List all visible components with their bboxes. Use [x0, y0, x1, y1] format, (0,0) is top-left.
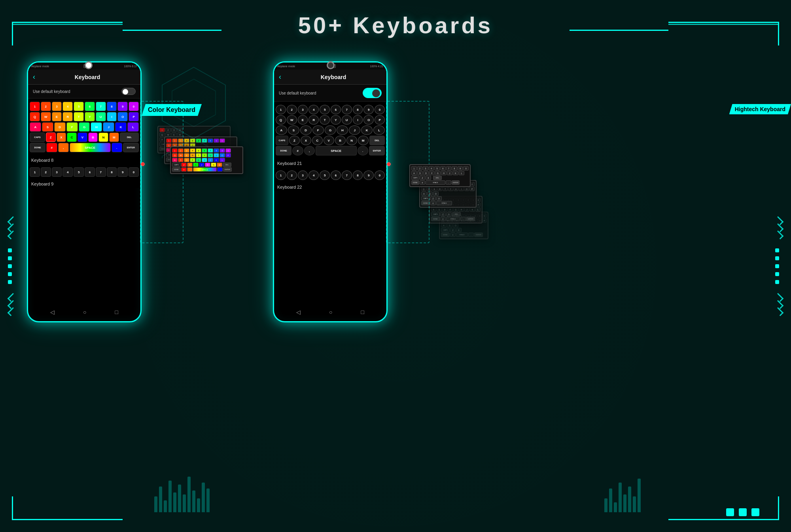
r-key-k[interactable]: K [361, 125, 373, 135]
key-a[interactable]: A [30, 122, 41, 132]
done-key[interactable]: DONE [30, 143, 45, 152]
enter-key[interactable]: ENTER [123, 143, 139, 152]
kb22-key-2[interactable]: 2 [287, 170, 297, 180]
kb9-key-1[interactable]: 1 [30, 167, 40, 177]
r-key-p[interactable]: P [375, 115, 385, 125]
r-key-a[interactable]: A [276, 125, 287, 135]
key-o[interactable]: O [117, 112, 128, 121]
r-key-1[interactable]: 1 [276, 105, 286, 114]
comma-key[interactable]: , [58, 143, 69, 152]
key-w[interactable]: W [41, 112, 51, 121]
kb9-key-2[interactable]: 2 [41, 167, 51, 177]
r-enter-key[interactable]: ENTER [369, 146, 385, 155]
kb9-key-7[interactable]: 7 [96, 167, 106, 177]
r-key-e[interactable]: E [298, 115, 308, 125]
r-key-b[interactable]: B [335, 136, 346, 145]
key-l[interactable]: L [127, 122, 139, 132]
kb9-key-4[interactable]: 4 [62, 167, 73, 177]
r-key-u[interactable]: U [342, 115, 352, 125]
r-nav-back[interactable]: ◁ [296, 309, 301, 315]
r-key-i[interactable]: I [353, 115, 363, 125]
r-key-r[interactable]: R [308, 115, 319, 125]
r-key-8[interactable]: 8 [353, 105, 363, 114]
caps-lock-key[interactable]: CAPS [30, 133, 45, 142]
r-key-x[interactable]: X [301, 136, 311, 145]
kb22-key-9[interactable]: 9 [363, 170, 374, 180]
key-s[interactable]: S [42, 122, 53, 132]
kb22-key-7[interactable]: 7 [342, 170, 352, 180]
r-key-v[interactable]: V [324, 136, 334, 145]
key-u[interactable]: U [96, 112, 106, 121]
default-keyboard-toggle[interactable] [121, 88, 136, 95]
r-dot-key[interactable]: . [358, 146, 368, 155]
key-m[interactable]: M [109, 133, 119, 142]
key-k[interactable]: K [115, 122, 127, 132]
r-key-c[interactable]: C [312, 136, 323, 145]
key-4[interactable]: 4 [62, 102, 73, 111]
r-key-n[interactable]: N [346, 136, 357, 145]
key-6[interactable]: 6 [85, 102, 95, 111]
key-v[interactable]: V [78, 133, 87, 142]
r-key-7[interactable]: 7 [342, 105, 352, 114]
kb22-key-5[interactable]: 5 [320, 170, 330, 180]
nav-home[interactable]: ○ [83, 309, 86, 315]
del-key[interactable]: DEL [120, 133, 139, 142]
key-g[interactable]: G [79, 122, 90, 132]
key-b[interactable]: B [88, 133, 98, 142]
kb9-key-0[interactable]: 0 [129, 167, 139, 177]
nav-back[interactable]: ◁ [50, 309, 55, 315]
r-space-key[interactable]: SPACE [316, 146, 357, 155]
r-caps-key[interactable]: CAPS [276, 136, 288, 145]
key-1[interactable]: 1 [30, 102, 40, 111]
kb9-key-8[interactable]: 8 [107, 167, 117, 177]
kb22-key-4[interactable]: 4 [308, 170, 319, 180]
r-key-5[interactable]: 5 [320, 105, 330, 114]
kb22-key-6[interactable]: 6 [331, 170, 341, 180]
r-key-f[interactable]: F [312, 125, 324, 135]
key-z[interactable]: Z [46, 133, 56, 142]
key-7[interactable]: 7 [96, 102, 106, 111]
key-j[interactable]: J [103, 122, 114, 132]
r-key-m[interactable]: M [358, 136, 369, 145]
r-key-o[interactable]: O [363, 115, 374, 125]
r-key-t[interactable]: T [320, 115, 330, 125]
key-h[interactable]: H [91, 122, 102, 132]
hash-key[interactable]: # [46, 143, 57, 152]
r-nav-recent[interactable]: □ [361, 309, 364, 315]
key-p[interactable]: P [129, 112, 139, 121]
r-key-z[interactable]: Z [289, 136, 300, 145]
r-key-d[interactable]: D [300, 125, 312, 135]
kb9-key-3[interactable]: 3 [52, 167, 62, 177]
nav-recent[interactable]: □ [115, 309, 118, 315]
r-nav-home[interactable]: ○ [329, 309, 332, 315]
key-5[interactable]: 5 [74, 102, 84, 111]
key-r[interactable]: R [62, 112, 73, 121]
kb9-key-5[interactable]: 5 [74, 167, 84, 177]
r-done-key[interactable]: DONE [276, 146, 291, 155]
key-x[interactable]: X [57, 133, 66, 142]
key-d[interactable]: D [54, 122, 66, 132]
r-hash-key[interactable]: # [292, 146, 303, 155]
right-back-button[interactable]: ‹ [279, 73, 281, 81]
key-8[interactable]: 8 [107, 102, 117, 111]
key-t[interactable]: T [74, 112, 84, 121]
r-comma-key[interactable]: , [304, 146, 315, 155]
r-key-w[interactable]: W [287, 115, 297, 125]
kb22-key-0[interactable]: 0 [375, 170, 385, 180]
key-3[interactable]: 3 [52, 102, 62, 111]
key-0[interactable]: 0 [129, 102, 139, 111]
key-f[interactable]: F [66, 122, 78, 132]
r-key-h[interactable]: H [337, 125, 348, 135]
key-q[interactable]: Q [30, 112, 40, 121]
key-2[interactable]: 2 [41, 102, 51, 111]
r-key-s[interactable]: S [288, 125, 299, 135]
default-keyboard-toggle-right[interactable] [363, 88, 382, 98]
kb22-key-3[interactable]: 3 [298, 170, 308, 180]
r-key-j[interactable]: J [349, 125, 360, 135]
key-i[interactable]: I [107, 112, 117, 121]
r-key-l[interactable]: L [373, 125, 385, 135]
kb22-key-1[interactable]: 1 [276, 170, 286, 180]
dot-key[interactable]: . [112, 143, 122, 152]
kb9-key-6[interactable]: 6 [85, 167, 95, 177]
key-y[interactable]: Y [85, 112, 95, 121]
